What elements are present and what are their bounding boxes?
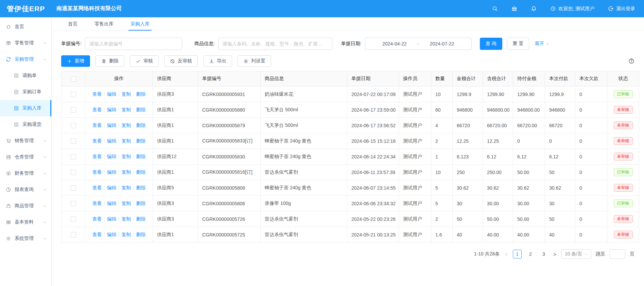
product-info-input[interactable] <box>218 38 332 50</box>
row-action-view[interactable]: 查看 <box>92 107 102 112</box>
row-checkbox[interactable] <box>71 154 76 159</box>
row-action-delete[interactable]: 删除 <box>136 122 146 128</box>
sidebar-item-purchase-mgmt[interactable]: 采购管理 <box>0 51 51 68</box>
row-checkbox[interactable] <box>71 216 76 222</box>
row-action-copy[interactable]: 复制 <box>122 201 131 206</box>
row-checkbox[interactable] <box>71 107 76 113</box>
sidebar-item-product-mgmt[interactable]: 商品管理 <box>0 198 51 214</box>
row-checkbox[interactable] <box>71 138 76 144</box>
bank-icon[interactable] <box>511 6 517 12</box>
row-action-copy[interactable]: 复制 <box>122 169 131 175</box>
row-action-edit[interactable]: 编辑 <box>107 138 117 144</box>
prev-page-button[interactable]: < <box>504 251 508 257</box>
reset-button[interactable]: 重 置 <box>507 38 529 50</box>
row-action-delete[interactable]: 删除 <box>136 232 146 237</box>
tab-retail-outbound[interactable]: 零售出库 <box>94 17 114 31</box>
search-icon[interactable] <box>492 6 498 12</box>
tab-purchase-inbound[interactable]: 采购入库 <box>130 17 150 31</box>
sidebar-item-finance-mgmt[interactable]: 财务管理 <box>0 165 51 182</box>
row-action-copy[interactable]: 复制 <box>122 185 131 190</box>
add-button[interactable]: 新增 <box>61 55 90 67</box>
row-action-view[interactable]: 查看 <box>92 154 102 159</box>
row-action-view[interactable]: 查看 <box>92 201 102 206</box>
sidebar-item-sales-mgmt[interactable]: 销售管理 <box>0 133 51 149</box>
cell-amount-total: 50 <box>453 211 483 227</box>
page-number-1[interactable]: 1 <box>513 250 522 259</box>
next-page-button[interactable]: > <box>553 251 557 257</box>
row-action-delete[interactable]: 删除 <box>136 154 146 159</box>
row-action-edit[interactable]: 编辑 <box>107 91 117 97</box>
row-action-view[interactable]: 查看 <box>92 91 102 97</box>
page-number-2[interactable]: 2 <box>526 250 535 259</box>
query-button[interactable]: 查 询 <box>480 38 502 50</box>
row-action-copy[interactable]: 复制 <box>122 138 131 144</box>
row-actions-cell: 查看编辑复制删除 <box>85 180 153 196</box>
chevron-down-icon <box>43 172 47 175</box>
column-settings-button[interactable]: 列设置 <box>238 55 271 67</box>
row-action-edit[interactable]: 编辑 <box>107 107 117 112</box>
bill-no-input[interactable] <box>85 38 182 50</box>
row-action-edit[interactable]: 编辑 <box>107 169 117 175</box>
row-action-copy[interactable]: 复制 <box>122 216 131 222</box>
row-action-delete[interactable]: 删除 <box>136 216 146 222</box>
row-action-view[interactable]: 查看 <box>92 122 102 128</box>
sidebar-item-purchase-request[interactable]: 请购单 <box>0 68 51 84</box>
row-checkbox[interactable] <box>71 201 76 206</box>
row-checkbox[interactable] <box>71 232 76 237</box>
page-size-select[interactable]: 10 条/页 <box>561 249 591 259</box>
delete-button[interactable]: 删除 <box>95 55 124 67</box>
row-action-delete[interactable]: 删除 <box>136 138 146 144</box>
row-action-view[interactable]: 查看 <box>92 185 102 190</box>
sidebar-item-purchase-inbound[interactable]: 采购入库 <box>0 100 51 116</box>
page-number-3[interactable]: 3 <box>539 250 548 259</box>
row-action-edit[interactable]: 编辑 <box>107 216 117 222</box>
sidebar-item-purchase-order[interactable]: 采购订单 <box>0 84 51 100</box>
row-action-view[interactable]: 查看 <box>92 169 102 175</box>
row-action-copy[interactable]: 复制 <box>122 154 131 159</box>
row-action-view[interactable]: 查看 <box>92 232 102 237</box>
sidebar-item-report-query[interactable]: 报表查询 <box>0 182 51 198</box>
cell-tax-total: 1299.90 <box>483 87 513 102</box>
help-icon[interactable] <box>628 58 634 64</box>
export-button[interactable]: 导出 <box>203 55 232 67</box>
select-all-checkbox[interactable] <box>71 76 76 82</box>
row-action-edit[interactable]: 编辑 <box>107 154 117 159</box>
row-action-edit[interactable]: 编辑 <box>107 232 117 237</box>
unaudit-button[interactable]: 反审核 <box>164 55 198 67</box>
row-action-copy[interactable]: 复制 <box>122 91 131 97</box>
sidebar-item-home[interactable]: 首页 <box>0 19 51 35</box>
row-action-delete[interactable]: 删除 <box>136 185 146 190</box>
row-action-delete[interactable]: 删除 <box>136 107 146 112</box>
sidebar-item-purchase-return[interactable]: 采购退货 <box>0 116 51 133</box>
tab-home[interactable]: 首页 <box>68 17 77 31</box>
logout-button[interactable]: 退出登录 <box>608 6 635 12</box>
sidebar-item-system-mgmt[interactable]: 系统管理 <box>0 230 51 247</box>
row-checkbox[interactable] <box>71 92 76 97</box>
row-action-view[interactable]: 查看 <box>92 216 102 222</box>
row-action-edit[interactable]: 编辑 <box>107 201 117 206</box>
row-checkbox[interactable] <box>71 185 76 191</box>
sidebar-item-basic-data[interactable]: 基本资料 <box>0 214 51 230</box>
date-range-picker[interactable]: 2024-04-22 ~ 2024-07-22 <box>365 38 472 50</box>
expand-link[interactable]: 展开 <box>535 41 550 47</box>
row-action-delete[interactable]: 删除 <box>136 169 146 175</box>
row-action-copy[interactable]: 复制 <box>122 232 131 237</box>
bell-icon[interactable] <box>531 6 537 12</box>
cell-product: 蜂蜜柚子茶 240g 黄色 <box>261 149 347 165</box>
row-action-view[interactable]: 查看 <box>92 138 102 144</box>
row-action-delete[interactable]: 删除 <box>136 201 146 206</box>
row-action-delete[interactable]: 删除 <box>136 91 146 97</box>
row-action-copy[interactable]: 复制 <box>122 107 131 112</box>
row-action-edit[interactable]: 编辑 <box>107 122 117 128</box>
row-action-edit[interactable]: 编辑 <box>107 185 117 190</box>
row-checkbox[interactable] <box>71 170 76 175</box>
jump-page-input[interactable] <box>610 249 625 259</box>
row-checkbox[interactable] <box>71 123 76 128</box>
sidebar-item-warehouse-mgmt[interactable]: 仓库管理 <box>0 149 51 165</box>
user-welcome[interactable]: 欢迎您, 测试用户 <box>550 6 594 12</box>
cell-paid: 40 <box>545 227 575 243</box>
audit-button[interactable]: 审核 <box>130 55 159 67</box>
sidebar-item-retail-mgmt[interactable]: 零售管理 <box>0 35 51 51</box>
row-action-copy[interactable]: 复制 <box>122 122 131 128</box>
action-separator <box>134 108 134 112</box>
